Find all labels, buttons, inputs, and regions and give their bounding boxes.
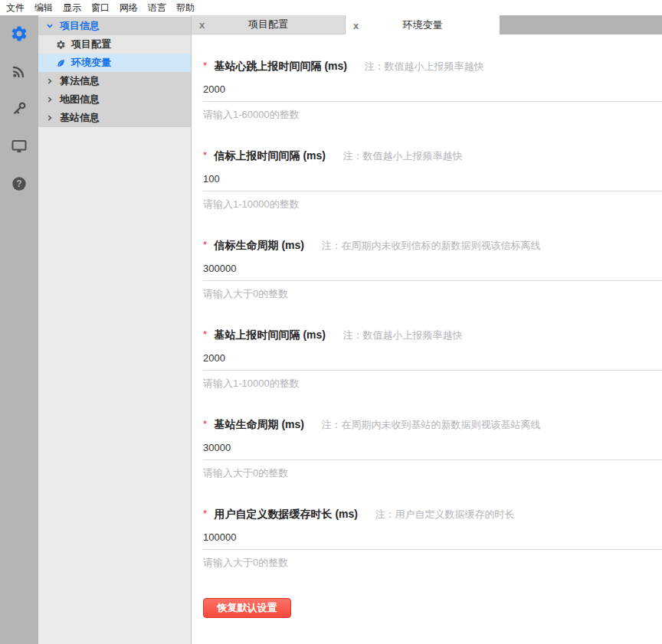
field-label: 信标生命周期 (ms) [215, 239, 304, 251]
input-underline [203, 459, 662, 460]
required-marker: * [203, 329, 207, 340]
field-note: 注：在周期内未收到信标的新数据则视该信标离线 [321, 240, 540, 251]
field-hint: 请输入大于0的整数 [203, 468, 662, 479]
activity-bar: ? [0, 15, 38, 644]
tree-item-label: 项目信息 [60, 19, 100, 33]
field-value-input[interactable]: 30000 [203, 443, 662, 453]
tree-item-label: 地图信息 [60, 93, 100, 106]
tree-item-env-vars[interactable]: 环境变量 [38, 54, 191, 72]
menu-item-network[interactable]: 网络 [120, 0, 138, 15]
tree-item-label: 算法信息 [60, 74, 100, 88]
required-marker: * [203, 418, 207, 430]
field-note: 注：数值越小上报频率越快 [364, 60, 483, 72]
tab-project-config[interactable]: x 项目配置 [192, 15, 346, 34]
close-icon[interactable]: x [353, 20, 359, 30]
field-label: 信标上报时间间隔 (ms) [215, 149, 326, 162]
field-value-input[interactable]: 300000 [203, 263, 662, 274]
key-icon [10, 100, 28, 118]
required-marker: * [203, 508, 207, 519]
settings-form: * 基站心跳上报时间间隔 (ms) 注：数值越小上报频率越快 2000 请输入1… [192, 34, 662, 644]
tree-item-label: 基站信息 [60, 111, 100, 125]
menu-item-window[interactable]: 窗口 [91, 0, 110, 15]
svg-text:?: ? [16, 178, 21, 189]
field-hint: 请输入大于0的整数 [203, 289, 662, 299]
input-underline [203, 101, 662, 102]
menu-item-language[interactable]: 语言 [148, 0, 166, 15]
leaf-icon [55, 57, 66, 68]
input-underline [203, 549, 662, 550]
field-hint: 请输入1-10000的整数 [203, 199, 662, 210]
field-label: 基站生命周期 (ms) [215, 418, 304, 430]
field-hint: 请输入1-10000的整数 [203, 378, 662, 389]
tab-bar: x 项目配置 x 环境变量 [192, 15, 662, 34]
gear-icon [10, 25, 28, 43]
tree-item-project-info[interactable]: 项目信息 [38, 17, 191, 35]
field-note: 注：数值越小上报频率越快 [342, 150, 462, 162]
rail-button-help[interactable]: ? [8, 173, 30, 195]
tree-item-project-config[interactable]: 项目配置 [38, 35, 191, 54]
field-value-input[interactable]: 2000 [203, 353, 662, 364]
field-label: 基站上报时间间隔 (ms) [215, 329, 326, 341]
rail-button-settings[interactable] [8, 23, 30, 44]
sidebar: 项目信息 项目配置 环境变量 算法信息 [38, 15, 192, 644]
input-underline [203, 191, 662, 191]
tree-item-label: 项目配置 [71, 38, 111, 51]
menu-item-display[interactable]: 显示 [63, 0, 81, 15]
tab-label: 项目配置 [248, 18, 288, 31]
form-field-station-lifecycle: * 基站生命周期 (ms) 注：在周期内未收到基站的新数据则视该基站离线 300… [203, 419, 662, 479]
restore-defaults-button[interactable]: 恢复默认设置 [203, 598, 291, 618]
field-value-input[interactable]: 100 [203, 174, 662, 185]
field-value-input[interactable]: 2000 [203, 84, 662, 95]
gear-icon [55, 39, 66, 50]
close-icon[interactable]: x [199, 20, 205, 30]
required-marker: * [203, 239, 207, 250]
tab-label: 环境变量 [403, 18, 443, 32]
app-window: 文件 编辑 显示 窗口 网络 语言 帮助 [0, 0, 662, 644]
tree-item-station-info[interactable]: 基站信息 [38, 109, 191, 127]
field-hint: 请输入1-60000的整数 [203, 110, 662, 120]
rail-button-broadcast[interactable] [8, 60, 30, 82]
field-value-input[interactable]: 100000 [203, 532, 662, 543]
menu-item-help[interactable]: 帮助 [176, 0, 195, 15]
form-field-heartbeat-interval: * 基站心跳上报时间间隔 (ms) 注：数值越小上报频率越快 2000 请输入1… [203, 60, 662, 120]
field-note: 注：在周期内未收到基站的新数据则视该基站离线 [321, 419, 540, 430]
required-marker: * [203, 149, 207, 161]
tab-bar-filler [500, 15, 662, 34]
form-field-beacon-report-interval: * 信标上报时间间隔 (ms) 注：数值越小上报频率越快 100 请输入1-10… [203, 150, 662, 210]
tree-item-map-info[interactable]: 地图信息 [38, 90, 191, 109]
tree-item-label: 环境变量 [71, 56, 111, 70]
chevron-right-icon [46, 96, 54, 103]
chevron-right-icon [46, 77, 54, 85]
main-area: x 项目配置 x 环境变量 * 基站心跳上报时间间隔 (ms) 注：数值越小上报… [192, 15, 662, 644]
form-field-station-report-interval: * 基站上报时间间隔 (ms) 注：数值越小上报频率越快 2000 请输入1-1… [203, 329, 662, 389]
tab-env-vars[interactable]: x 环境变量 [346, 15, 500, 34]
rail-button-monitor[interactable] [8, 136, 30, 157]
field-note: 注：用户自定义数据缓存的时长 [375, 508, 514, 520]
broadcast-signal-icon [10, 62, 28, 80]
menu-item-edit[interactable]: 编辑 [34, 0, 53, 15]
form-field-custom-data-cache: * 用户自定义数据缓存时长 (ms) 注：用户自定义数据缓存的时长 100000… [203, 508, 662, 568]
rail-button-key[interactable] [8, 98, 30, 119]
field-note: 注：数值越小上报频率越快 [342, 329, 462, 341]
field-label: 用户自定义数据缓存时长 (ms) [215, 508, 358, 520]
required-marker: * [203, 60, 207, 71]
chevron-right-icon [46, 114, 54, 122]
menu-item-file[interactable]: 文件 [6, 0, 25, 15]
window-body: ? 项目信息 项目配置 环境变量 [0, 15, 662, 644]
menu-bar: 文件 编辑 显示 窗口 网络 语言 帮助 [0, 0, 662, 15]
chevron-down-icon [46, 22, 54, 30]
field-hint: 请输入大于0的整数 [203, 557, 662, 568]
field-label: 基站心跳上报时间间隔 (ms) [215, 60, 347, 72]
input-underline [203, 280, 662, 281]
input-underline [203, 370, 662, 371]
help-icon: ? [11, 175, 28, 192]
form-field-beacon-lifecycle: * 信标生命周期 (ms) 注：在周期内未收到信标的新数据则视该信标离线 300… [203, 240, 662, 299]
monitor-icon [10, 137, 28, 155]
tree-item-algorithm-info[interactable]: 算法信息 [38, 72, 191, 90]
